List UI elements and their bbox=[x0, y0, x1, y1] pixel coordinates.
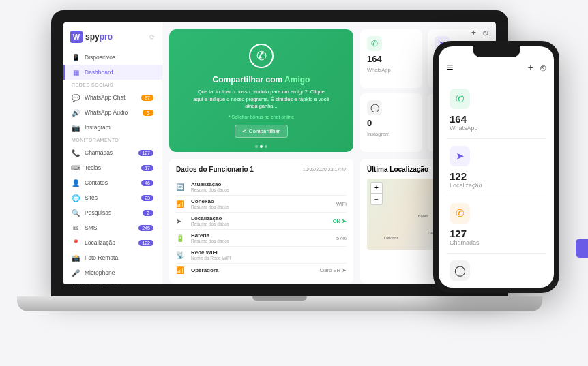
profile-icon[interactable]: ⎋ bbox=[540, 62, 546, 73]
badge: 2 bbox=[143, 210, 153, 216]
employee-row: 📡Rede WIFINome da Rede WiFi bbox=[176, 246, 347, 263]
share-button[interactable]: ≺ Compartilhar bbox=[235, 125, 287, 138]
add-icon[interactable]: + bbox=[471, 28, 476, 37]
nav-icon: 🎤 bbox=[72, 269, 80, 277]
nav-item[interactable]: 📸Foto Remota bbox=[63, 250, 162, 265]
badge: 122 bbox=[138, 240, 153, 246]
employee-row: 📶OperadoraClaro BR ➤ bbox=[176, 263, 347, 277]
badge: 23 bbox=[141, 195, 153, 201]
phone-stat-value: 0 bbox=[450, 285, 543, 288]
logo[interactable]: W spypro ⟳ bbox=[63, 28, 162, 50]
phone-stat-label: Chamadas bbox=[450, 239, 543, 246]
row-icon: 📡 bbox=[176, 251, 186, 259]
nav-section-header: AJUDA E SUPORTE bbox=[63, 280, 162, 284]
promo-link[interactable]: * Solicitar bônus no chat online bbox=[229, 115, 294, 119]
nav-item[interactable]: 👤Contatos46 bbox=[63, 175, 162, 190]
nav-item[interactable]: ⌨Teclas17 bbox=[63, 160, 162, 175]
menu-icon[interactable]: ≡ bbox=[447, 61, 453, 74]
instagram-icon: ◯ bbox=[367, 100, 382, 115]
whatsapp-icon: ✆ bbox=[249, 44, 274, 68]
badge: 3 bbox=[143, 110, 153, 116]
dispositivos-icon: 📱 bbox=[72, 53, 80, 61]
phone-stat-value: 122 bbox=[450, 170, 543, 182]
nav-item[interactable]: 🌐Sites23 bbox=[63, 190, 162, 205]
nav-icon: 🔊 bbox=[72, 108, 80, 117]
chamadas-icon: ✆ bbox=[450, 203, 470, 224]
phone-stat-label: Localização bbox=[450, 182, 543, 189]
nav-item[interactable]: 📍Localização122 bbox=[63, 235, 162, 250]
badge: 17 bbox=[141, 165, 153, 171]
nav-icon: 📷 bbox=[72, 123, 80, 132]
sidebar: W spypro ⟳ 📱Dispositivos▦Dashboard REDES… bbox=[63, 22, 162, 284]
nav-item[interactable]: 🔍Pesquisas2 bbox=[63, 205, 162, 220]
nav-icon: 🔍 bbox=[72, 209, 80, 217]
employee-row: 🔋BateriaResumo dos dados57% bbox=[176, 229, 347, 246]
zoom-out-button[interactable]: − bbox=[371, 194, 382, 204]
nav-item[interactable]: 📷Instagram bbox=[63, 120, 162, 135]
nav-item[interactable]: 🎤Microphone bbox=[63, 265, 162, 280]
employee-title: Dados do Funcionario 1 bbox=[176, 166, 254, 173]
nav-item[interactable]: 💬WhatsApp Chat87 bbox=[63, 90, 162, 105]
phone-mockup: ≡ + ⎋ ✆164WhatsApp➤122Localização✆127Cha… bbox=[433, 41, 559, 293]
nav-section-header: REDES SOCIAIS bbox=[63, 80, 162, 90]
row-value: Claro BR ➤ bbox=[319, 267, 347, 273]
nav-icon: 📸 bbox=[72, 254, 80, 262]
nav-icon: 📞 bbox=[72, 149, 80, 157]
badge: 87 bbox=[141, 95, 153, 101]
employee-data-card: Dados do Funcionario 1 10/03/2020 23:17:… bbox=[169, 159, 353, 284]
employee-row: ➤LocalizaçãoResumo dos dadosON ➤ bbox=[176, 212, 347, 229]
row-icon: 📶 bbox=[176, 200, 186, 208]
nav-icon: 🌐 bbox=[72, 194, 80, 202]
row-icon: ➤ bbox=[176, 217, 186, 225]
dashboard-icon: ▦ bbox=[72, 68, 80, 76]
nav-icon: ✉ bbox=[72, 224, 80, 232]
nav-item-dashboard[interactable]: ▦Dashboard bbox=[63, 65, 162, 80]
phone-stat-card[interactable]: ◯0Instagram bbox=[447, 254, 546, 288]
row-icon: 🔄 bbox=[176, 183, 186, 191]
row-value: ON ➤ bbox=[333, 218, 347, 224]
side-tab[interactable] bbox=[576, 239, 588, 258]
stat-label: WhatsApp bbox=[367, 67, 415, 73]
stat-value: 164 bbox=[367, 54, 415, 64]
phone-stat-card[interactable]: ➤122Localização bbox=[447, 139, 546, 196]
employee-row: 📶ConexãoResumo dos dadosWiFi bbox=[176, 195, 347, 212]
phone-stat-label: WhatsApp bbox=[450, 125, 543, 132]
profile-icon[interactable]: ⎋ bbox=[483, 28, 488, 37]
badge: 127 bbox=[138, 150, 153, 156]
nav-icon: 💬 bbox=[72, 93, 80, 102]
row-icon: 📶 bbox=[176, 266, 186, 274]
stat-value: 0 bbox=[367, 118, 415, 128]
row-value: 57% bbox=[336, 235, 347, 241]
carousel-dots[interactable] bbox=[255, 145, 267, 148]
phone-stat-card[interactable]: ✆127Chamadas bbox=[447, 196, 546, 254]
promo-description: Que tal indicar o nosso produto para um … bbox=[193, 89, 329, 110]
whatsapp-icon: ✆ bbox=[367, 36, 382, 51]
phone-stat-card[interactable]: ✆164WhatsApp bbox=[447, 82, 546, 139]
logo-icon: W bbox=[70, 31, 83, 43]
stat-card-instagram[interactable]: ◯0Instagram bbox=[360, 93, 422, 152]
nav-section-header: MONITORAMENTO bbox=[63, 135, 162, 145]
nav-icon: 👤 bbox=[72, 179, 80, 187]
nav-item[interactable]: ✉SMS245 bbox=[63, 220, 162, 235]
refresh-icon[interactable]: ⟳ bbox=[149, 33, 155, 41]
row-value: WiFi bbox=[336, 201, 347, 207]
add-icon[interactable]: + bbox=[528, 62, 533, 73]
nav-item[interactable]: 🔊WhatsApp Áudio3 bbox=[63, 105, 162, 120]
nav-icon: ⌨ bbox=[72, 164, 80, 172]
nav-item-dispositivos[interactable]: 📱Dispositivos bbox=[63, 50, 162, 65]
localização-icon: ➤ bbox=[450, 146, 470, 166]
badge: 245 bbox=[138, 225, 153, 231]
employee-date: 10/03/2020 23:17:47 bbox=[303, 167, 347, 172]
phone-stat-value: 127 bbox=[450, 228, 543, 239]
whatsapp-icon: ✆ bbox=[450, 89, 470, 109]
nav-item[interactable]: 📞Chamadas127 bbox=[63, 145, 162, 160]
zoom-in-button[interactable]: + bbox=[371, 183, 382, 194]
stat-card-whatsapp[interactable]: ✆164WhatsApp bbox=[360, 29, 422, 88]
nav-icon: 📍 bbox=[72, 239, 80, 247]
instagram-icon: ◯ bbox=[450, 260, 470, 281]
employee-row: 🔄AtualizaçãoResumo dos dados bbox=[176, 179, 347, 195]
stat-label: Instagram bbox=[367, 131, 415, 137]
phone-stat-value: 164 bbox=[450, 113, 543, 125]
badge: 46 bbox=[141, 180, 153, 186]
promo-title: Compartilhar com Amigo bbox=[213, 75, 310, 85]
